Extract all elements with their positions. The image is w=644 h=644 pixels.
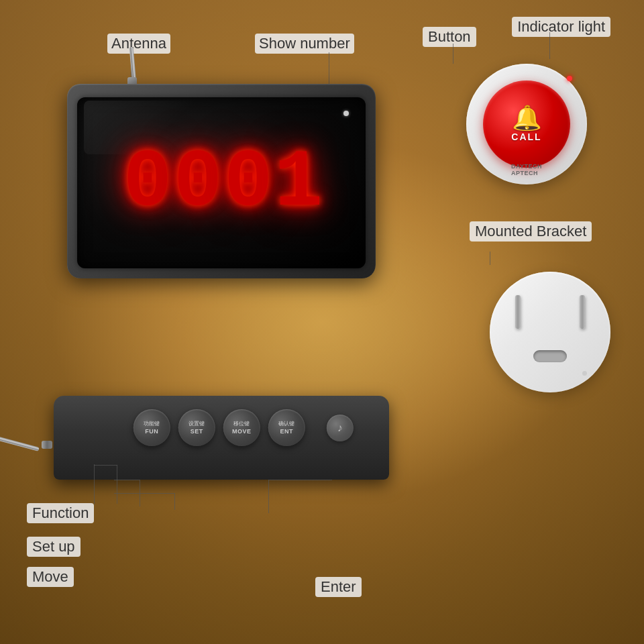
move-chinese: 移位键 bbox=[233, 421, 250, 427]
sound-icon: ♪ bbox=[337, 422, 343, 434]
button-ann-line bbox=[453, 44, 453, 64]
move-ann-v bbox=[174, 493, 175, 510]
led-digit-0: 0 bbox=[123, 143, 168, 223]
bracket-ann-line bbox=[490, 252, 490, 265]
setup-label: Set up bbox=[27, 537, 80, 557]
move-label: MOVE bbox=[232, 428, 252, 435]
antenna-label: Antenna bbox=[107, 34, 170, 54]
call-button-red[interactable]: 🔔 CALL bbox=[483, 80, 570, 168]
display-device: 0 0 0 1 bbox=[67, 77, 382, 285]
fun-button[interactable]: 功能键 FUN bbox=[133, 409, 170, 446]
move-ann-h bbox=[114, 493, 174, 494]
button-label: Button bbox=[423, 27, 476, 47]
device-case: 0 0 0 1 bbox=[67, 84, 376, 278]
button-row: 功能键 FUN 设置键 SET 移位键 MOVE 确认键 ENT ♪ bbox=[133, 409, 354, 446]
control-device: 功能键 FUN 设置键 SET 移位键 MOVE 确认键 ENT ♪ bbox=[47, 396, 396, 483]
bell-icon: 🔔 bbox=[512, 106, 542, 130]
function-ann-line-v bbox=[94, 464, 95, 504]
led-display: 0 0 0 1 bbox=[123, 143, 319, 223]
call-button-outer: 🔔 CALL DAYTECHAPTECH bbox=[466, 64, 587, 184]
fun-label: FUN bbox=[145, 428, 158, 435]
led-digit-1: 0 bbox=[174, 143, 219, 223]
function-label: Function bbox=[27, 503, 94, 523]
led-digit-3: 1 bbox=[274, 143, 319, 223]
device-screen: 0 0 0 1 bbox=[77, 97, 366, 268]
enter-label: Enter bbox=[315, 577, 362, 597]
control-section: 功能键 FUN 设置键 SET 移位键 MOVE 确认键 ENT ♪ bbox=[27, 396, 429, 483]
function-ann2 bbox=[117, 465, 117, 504]
bracket-prong-left bbox=[515, 295, 521, 329]
mounted-bracket-section: Mounted Bracket bbox=[470, 221, 610, 392]
set-button[interactable]: 设置键 SET bbox=[178, 409, 215, 446]
set-label: SET bbox=[191, 428, 203, 435]
function-ann-line-h bbox=[94, 465, 117, 466]
indicator-ann-line bbox=[549, 32, 550, 59]
move-button[interactable]: 移位键 MOVE bbox=[223, 409, 260, 446]
bracket-device bbox=[490, 272, 610, 392]
control-antenna-base bbox=[42, 441, 52, 449]
control-case: 功能键 FUN 设置键 SET 移位键 MOVE 确认键 ENT ♪ bbox=[54, 396, 389, 480]
led-digit-2: 0 bbox=[224, 143, 269, 223]
brand-label: DAYTECHAPTECH bbox=[511, 163, 542, 176]
enter-button[interactable]: 确认键 ENT bbox=[268, 409, 305, 446]
enter-ann-h bbox=[268, 480, 332, 480]
ent-label: ENT bbox=[280, 428, 294, 435]
ent-chinese: 确认键 bbox=[278, 421, 294, 427]
bracket-slot bbox=[533, 350, 567, 362]
indicator-light-dot bbox=[567, 76, 572, 81]
set-chinese: 设置键 bbox=[189, 421, 205, 427]
mounted-bracket-label: Mounted Bracket bbox=[470, 221, 592, 241]
bracket-dot bbox=[582, 371, 587, 376]
screen-indicator-dot bbox=[343, 111, 349, 116]
show-number-label: Show number bbox=[255, 34, 354, 54]
setup-ann-h bbox=[114, 480, 140, 480]
fun-chinese: 功能键 bbox=[144, 421, 160, 427]
bracket-prong-right bbox=[580, 295, 585, 329]
sound-button[interactable]: ♪ bbox=[327, 415, 354, 441]
call-text: CALL bbox=[511, 131, 541, 142]
enter-ann-v bbox=[268, 480, 269, 513]
indicator-light-label: Indicator light bbox=[512, 17, 610, 37]
move-label-text: Move bbox=[27, 567, 74, 587]
